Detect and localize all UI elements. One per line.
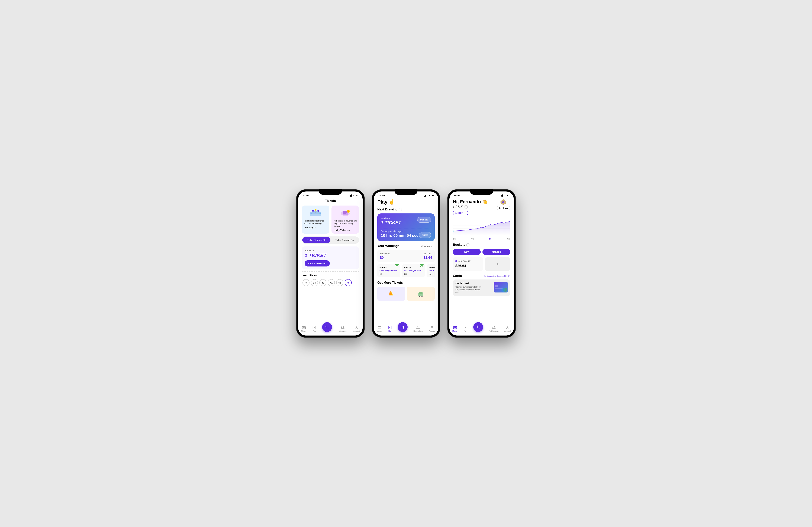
nav-notifications-label-3: Notifications xyxy=(489,330,498,332)
nav-notifications-3[interactable]: Notifications xyxy=(489,326,498,332)
lucky-tickets-card[interactable]: Pick tickets in advance and they'll be u… xyxy=(332,206,359,234)
swap-icon-1 xyxy=(325,325,329,329)
lucky-desc: Pick tickets in advance and they'll be u… xyxy=(334,220,357,228)
chart-label-1y[interactable]: 1Y xyxy=(489,238,491,240)
screen-home: 10:59 ▲ 93 Hi, xyxy=(449,191,514,336)
chart-label-1m[interactable]: 1M xyxy=(453,238,455,240)
battery-label-3: 93 xyxy=(507,194,509,197)
battery-label-2: 93 xyxy=(432,194,434,197)
nav-center-2[interactable] xyxy=(398,322,408,332)
get-more-card-2[interactable] xyxy=(407,287,435,301)
svg-point-42 xyxy=(501,288,506,292)
manage-button[interactable]: Manage xyxy=(417,217,431,223)
status-icons-1: ▲ 93 xyxy=(349,194,358,197)
manage-buckets-button[interactable]: Manage xyxy=(482,249,510,255)
balance-row: $ 26.64 i xyxy=(453,204,488,209)
status-icons-2: ▲ 93 xyxy=(424,194,434,197)
core-account-card[interactable]: $ Core Account $26.64 xyxy=(453,257,483,271)
debit-card[interactable]: Debit Card Get free purchases with Lucky… xyxy=(453,279,510,296)
view-more-link[interactable]: View More → xyxy=(421,245,435,247)
status-time-1: 10:59 xyxy=(303,194,309,197)
lucky-image xyxy=(334,208,357,218)
dashed-divider-1 xyxy=(302,272,359,272)
pool-play-link[interactable]: Pool Play → xyxy=(304,226,316,229)
new-bucket-button[interactable]: New xyxy=(453,249,481,255)
info-icon-spendable: ⓘ xyxy=(484,275,486,277)
add-bucket-button[interactable]: + xyxy=(485,257,510,271)
account-icon-2 xyxy=(430,326,434,330)
debit-card-art xyxy=(494,282,508,292)
prizes-button[interactable]: Prizes xyxy=(419,232,431,238)
pick-ball-2: 24 xyxy=(311,279,318,286)
nav-money-2[interactable]: Money xyxy=(377,326,382,332)
pick-ball-3: 33 xyxy=(319,279,327,286)
storage-on-option[interactable]: Ticket Storage On xyxy=(330,237,359,243)
tickets-header: ← Tickets xyxy=(302,199,359,203)
balance-info-icon[interactable]: i xyxy=(465,205,468,208)
nav-center-3[interactable] xyxy=(473,322,483,332)
svg-point-22 xyxy=(419,296,420,297)
svg-point-19 xyxy=(356,326,357,327)
next-drawing-info-icon[interactable]: i xyxy=(398,208,402,211)
win-card-2[interactable]: Feb 06 See what you won! Go → xyxy=(402,264,425,277)
nav-account-label-2: Account xyxy=(429,330,435,332)
win-card-3[interactable]: Feb 0 See w... Go → xyxy=(426,264,435,277)
debit-card-image xyxy=(494,282,508,292)
pick-ball-5: 66 xyxy=(336,279,343,286)
chart-time-labels: 1M 3M 1Y ALL xyxy=(453,238,510,240)
home-header: Hi, Fernando 👋 $ 26.64 i xyxy=(453,199,510,210)
win-card-1[interactable]: Feb 07 See what you won! Go → xyxy=(377,264,400,277)
nav-notifications-2[interactable]: Notifications xyxy=(414,326,423,332)
pick-ball-1: 3 xyxy=(303,279,309,286)
pick-ball-4: 41 xyxy=(328,279,335,286)
this-week-amount: $0 xyxy=(380,255,390,260)
win-go-1[interactable]: Go → xyxy=(379,273,398,275)
all-time-label: All Time xyxy=(423,252,432,255)
nav-notifications-1[interactable]: Notifications xyxy=(338,326,347,332)
your-winnings-title: Your Winnings xyxy=(377,244,400,248)
signal-icon-3 xyxy=(500,194,503,196)
your-winnings-label: Your Winnings xyxy=(377,244,400,248)
nav-play-2[interactable]: Play xyxy=(388,326,392,332)
tickets-title: Tickets xyxy=(325,199,336,203)
pool-play-card[interactable]: Pool tickets with friends and split the … xyxy=(302,206,329,234)
nav-account-2[interactable]: Account xyxy=(429,326,435,332)
nav-play-1[interactable]: Play xyxy=(312,326,316,332)
lucky-tickets-icon xyxy=(339,208,351,218)
back-button[interactable]: ← xyxy=(302,199,306,203)
chart-label-3m[interactable]: 3M xyxy=(471,238,474,240)
core-account-header: $ Core Account xyxy=(455,260,481,262)
nav-account-1[interactable]: Account xyxy=(353,326,360,332)
home-scroll: Hi, Fernando 👋 $ 26.64 i xyxy=(449,197,514,324)
you-have-ticket: 1 TICKET xyxy=(305,253,356,258)
money-icon-1 xyxy=(302,326,306,330)
nav-account-3[interactable]: Account xyxy=(504,326,511,332)
win-go-2[interactable]: Go → xyxy=(404,273,423,275)
nav-money-3[interactable]: Money xyxy=(452,326,458,332)
core-account-amount: $26.64 xyxy=(455,264,481,268)
silver-area: Get Silver xyxy=(497,199,510,210)
nav-play-3[interactable]: Play xyxy=(463,326,467,332)
storage-off-option[interactable]: Ticket Storage Off xyxy=(302,237,330,243)
nav-center-1[interactable] xyxy=(322,322,332,332)
notifications-icon-1 xyxy=(340,326,345,330)
you-have-label: You Have xyxy=(305,249,356,252)
win-go-3[interactable]: Go → xyxy=(429,273,435,275)
get-more-icon-1 xyxy=(387,289,396,298)
lucky-tickets-link[interactable]: Lucky Tickets → xyxy=(334,229,350,232)
buckets-row: $ Core Account $26.64 + xyxy=(453,257,510,271)
nav-money-1[interactable]: Money xyxy=(301,326,306,332)
get-silver-badge[interactable]: Get Silver xyxy=(497,206,510,210)
play-content: Play 🤞 Next Drawing i You have 1 TICKET xyxy=(374,197,438,336)
svg-rect-43 xyxy=(453,326,456,329)
buckets-info-icon[interactable]: i xyxy=(466,243,469,247)
cards-section-title: Cards xyxy=(453,274,462,278)
ticket-badge[interactable]: 1 Ticket → xyxy=(453,210,468,215)
swap-icon-3 xyxy=(476,325,480,329)
chart-label-all[interactable]: ALL xyxy=(507,238,510,240)
get-more-card-1[interactable] xyxy=(377,287,405,301)
play-icon-1 xyxy=(312,326,316,330)
win-date-3: Feb 0 xyxy=(429,266,435,269)
win-see-3: See w... xyxy=(429,270,435,272)
view-breakdown-button[interactable]: View Breakdown xyxy=(305,260,330,266)
